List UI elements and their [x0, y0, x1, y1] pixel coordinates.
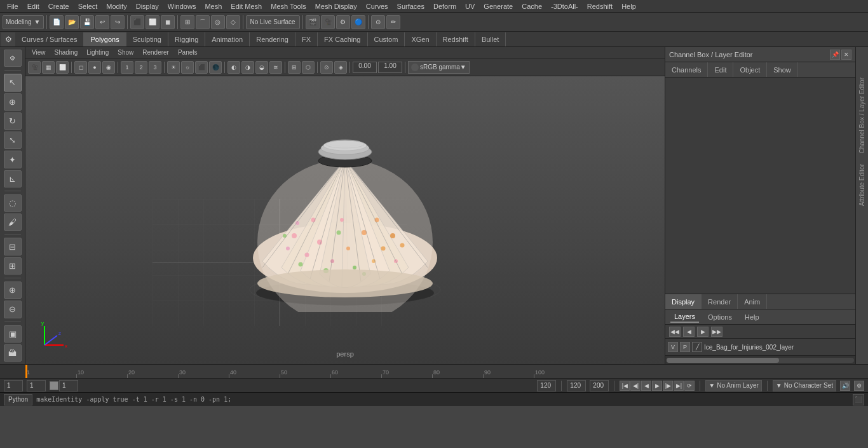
settings-btn-2[interactable]: ⚙: [854, 381, 864, 391]
paint-select-btn[interactable]: 🖌: [4, 214, 22, 231]
python-expand-btn[interactable]: ⬛: [853, 394, 864, 405]
ao-btn[interactable]: ◑: [241, 61, 254, 74]
select-tool-btn[interactable]: ↖: [4, 74, 22, 91]
layout-btn[interactable]: ⊞: [4, 257, 22, 275]
ch-tab-object[interactable]: Object: [733, 62, 767, 77]
frame-field-4[interactable]: 120: [537, 380, 556, 391]
menu-select[interactable]: Select: [74, 1, 102, 11]
no-light-btn[interactable]: 🌑: [209, 61, 222, 74]
paint-btn[interactable]: ✏: [386, 15, 400, 29]
tab-custom[interactable]: Custom: [368, 32, 405, 46]
workspace-dropdown[interactable]: Modeling ▼: [3, 15, 44, 29]
tab-redshift[interactable]: Redshift: [437, 32, 475, 46]
vm-view[interactable]: View: [28, 48, 50, 57]
layer-scroll[interactable]: [665, 355, 855, 364]
menu-3dtoall[interactable]: -3DtoAll-: [546, 1, 583, 11]
rotate-tool-btn[interactable]: ↻: [4, 112, 22, 130]
snap-grid-btn[interactable]: ⊞: [180, 15, 194, 29]
rss-channel-box[interactable]: Channel Box / Layer Editor: [857, 72, 867, 159]
res-2-btn[interactable]: 2: [135, 61, 147, 74]
step-back-btn[interactable]: ◀|: [630, 381, 641, 391]
snap-together-btn[interactable]: ⊟: [4, 238, 22, 255]
tab-polygons[interactable]: Polygons: [84, 32, 126, 46]
settings-icon[interactable]: ⚙: [4, 50, 22, 67]
vm-show[interactable]: Show: [114, 48, 137, 57]
smooth-btn[interactable]: ●: [88, 61, 101, 74]
tab-fx[interactable]: FX: [295, 32, 318, 46]
coord-y-input[interactable]: 1.00: [378, 62, 402, 73]
layer-tab-help[interactable]: Help: [741, 312, 763, 322]
layer-row-1[interactable]: V P ╱ Ice_Bag_for_Injuries_002_layer: [665, 340, 855, 354]
tab-sculpting[interactable]: Sculpting: [126, 32, 168, 46]
menu-surfaces[interactable]: Surfaces: [393, 1, 429, 11]
frame-field-6[interactable]: 200: [590, 380, 609, 391]
layer-prev-btn[interactable]: ◀: [683, 327, 695, 337]
open-scene-btn[interactable]: 📂: [65, 15, 79, 29]
menu-generate[interactable]: Generate: [479, 1, 517, 11]
go-end-btn[interactable]: ▶|: [674, 381, 684, 391]
menu-redshift[interactable]: Redshift: [583, 1, 617, 11]
shadows-btn[interactable]: ◐: [227, 61, 240, 74]
menu-mesh[interactable]: Mesh: [200, 1, 226, 11]
coord-x-input[interactable]: 0.00: [353, 62, 377, 73]
outline-btn[interactable]: ◉: [102, 61, 115, 74]
ch-tab-edit[interactable]: Edit: [708, 62, 733, 77]
rss-attribute-editor[interactable]: Attribute Editor: [857, 159, 867, 211]
isolate-btn[interactable]: ◈: [334, 61, 347, 74]
render-settings-btn[interactable]: ⚙: [336, 15, 350, 29]
char-set-dropdown[interactable]: ▼ No Character Set: [773, 380, 836, 391]
menu-mesh-display[interactable]: Mesh Display: [311, 1, 362, 11]
anim-tab[interactable]: Anim: [738, 294, 767, 309]
icon-btn-2[interactable]: 🏔: [4, 344, 22, 362]
menu-windows[interactable]: Windows: [163, 1, 201, 11]
layer-color-swatch[interactable]: ╱: [692, 342, 702, 352]
icon-btn-1[interactable]: ▣: [4, 325, 22, 343]
soft-mod-btn[interactable]: ⊾: [4, 170, 22, 187]
res-3-btn[interactable]: 3: [149, 61, 161, 74]
frame-field-3[interactable]: 1: [59, 380, 78, 391]
tab-bullet[interactable]: Bullet: [475, 32, 506, 46]
timeline-ruler[interactable]: 1 10 20 30 40 50 60 70 80 90 100: [25, 365, 868, 378]
anim-layer-dropdown[interactable]: ▼ No Anim Layer: [705, 380, 762, 391]
viewport-canvas[interactable]: x y z persp: [25, 76, 665, 364]
layer-pickable-btn[interactable]: P: [680, 342, 690, 352]
lasso-select-btn[interactable]: ◌: [4, 194, 22, 212]
layer-next-btn[interactable]: ▶: [697, 327, 709, 337]
layer-move-down-btn[interactable]: ▶▶: [711, 327, 722, 337]
tab-settings-btn[interactable]: ⚙: [1, 32, 15, 46]
menu-file[interactable]: File: [3, 1, 23, 11]
layer-scroll-thumb[interactable]: [667, 358, 779, 363]
hud-btn[interactable]: ⬡: [302, 61, 315, 74]
redo-btn[interactable]: ↪: [111, 15, 125, 29]
menu-display[interactable]: Display: [132, 1, 163, 11]
play-fwd-btn[interactable]: ▶: [652, 381, 662, 391]
new-scene-btn[interactable]: 📄: [50, 15, 64, 29]
go-start-btn[interactable]: |◀: [620, 381, 630, 391]
tab-animation[interactable]: Animation: [205, 32, 250, 46]
flat-light-btn[interactable]: ⬛: [195, 61, 208, 74]
frame-field-2[interactable]: 1: [27, 380, 46, 391]
ch-tab-show[interactable]: Show: [767, 62, 798, 77]
snap-view-btn[interactable]: ◇: [226, 15, 240, 29]
res-1-btn[interactable]: 1: [121, 61, 133, 74]
play-back-btn[interactable]: ◀: [641, 381, 651, 391]
vm-renderer[interactable]: Renderer: [139, 48, 173, 57]
menu-cache[interactable]: Cache: [517, 1, 546, 11]
render-tab[interactable]: Render: [702, 294, 738, 309]
select-by-object-btn[interactable]: ⬜: [146, 15, 159, 29]
menu-curves[interactable]: Curves: [362, 1, 393, 11]
tab-curves-surfaces[interactable]: Curves / Surfaces: [15, 32, 84, 46]
pivot-btn[interactable]: ⊙: [320, 61, 333, 74]
layer-move-up-btn[interactable]: ◀◀: [669, 327, 681, 337]
hide-manipulator-btn[interactable]: ⊖: [4, 301, 22, 318]
gamma-dropdown[interactable]: sRGB gamma ▼: [408, 61, 470, 74]
camera-btn[interactable]: 🎥: [28, 61, 41, 74]
hypershade-btn[interactable]: 🔵: [351, 15, 365, 29]
all-lights-btn[interactable]: ☼: [181, 61, 194, 74]
universal-manip-btn[interactable]: ✦: [4, 151, 22, 168]
motion-blur-btn[interactable]: ≋: [269, 61, 282, 74]
audio-btn[interactable]: 🔊: [840, 381, 850, 391]
layer-tab-options[interactable]: Options: [704, 312, 736, 322]
select-camera-btn[interactable]: ⬜: [56, 61, 69, 74]
xray-btn[interactable]: ⊙: [371, 15, 385, 29]
